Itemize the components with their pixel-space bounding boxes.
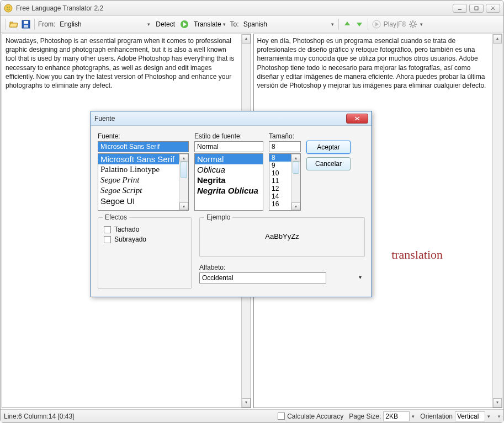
target-scrollbar[interactable]: ▴ ▾ <box>492 34 502 408</box>
main-window: Free Language Translator 2.2 From: Detec… <box>0 0 504 423</box>
gear-chevron-icon[interactable]: ▾ <box>420 22 423 27</box>
size-input[interactable] <box>269 141 301 152</box>
size-list[interactable]: 8 9 10 11 12 14 16 ▴▾ <box>269 153 301 211</box>
source-text[interactable]: Nowadays, Photoshop is an essential prog… <box>6 36 247 90</box>
app-icon <box>4 4 13 13</box>
svg-marker-12 <box>344 22 350 25</box>
font-dialog: Fuente Fuente: Microsoft Sans Serif Pala… <box>91 111 372 297</box>
ok-button[interactable]: Aceptar <box>306 141 351 154</box>
maximize-button[interactable] <box>469 4 484 13</box>
minimize-button[interactable] <box>453 4 467 13</box>
chevron-down-icon: ▾ <box>223 22 226 27</box>
font-option[interactable]: Segoe Print <box>98 175 188 185</box>
style-option[interactable]: Negrita Oblicua <box>195 185 263 196</box>
cancel-button[interactable]: Cancelar <box>306 157 351 170</box>
play-audio-icon[interactable] <box>372 19 381 29</box>
style-label: Estilo de fuente: <box>194 132 263 140</box>
style-option[interactable]: Oblicua <box>195 164 263 175</box>
svg-line-21 <box>410 22 411 23</box>
to-label: To: <box>230 20 239 28</box>
page-size-label: Page Size: <box>349 413 381 420</box>
sample-label: Ejemplo <box>204 213 232 221</box>
scroll-down-icon[interactable]: ▾ <box>242 398 251 408</box>
cursor-position: Line:6 Column:14 [0:43] <box>4 413 74 420</box>
translate-button[interactable]: Translate ▾ <box>192 19 228 29</box>
gear-icon[interactable] <box>408 19 418 29</box>
svg-marker-13 <box>357 23 362 26</box>
page-size-input[interactable] <box>383 411 410 421</box>
scroll-up-icon[interactable]: ▴ <box>493 34 502 44</box>
font-option[interactable]: Segoe UI <box>98 196 188 206</box>
svg-rect-4 <box>475 7 478 10</box>
alphabet-label: Alfabeto: <box>199 264 365 271</box>
style-list[interactable]: Normal Oblicua Negrita Negrita Oblicua <box>194 153 263 211</box>
dialog-close-button[interactable] <box>346 114 368 124</box>
statusbar: Line:6 Column:14 [0:43] Calculate Accura… <box>1 409 503 422</box>
translate-play-icon[interactable] <box>179 19 189 29</box>
arrow-up-icon[interactable] <box>342 19 352 29</box>
calculate-accuracy-checkbox[interactable]: Calculate Accuracy <box>278 413 343 420</box>
arrow-down-icon[interactable] <box>354 19 364 29</box>
style-option[interactable]: Normal <box>195 154 263 164</box>
svg-line-24 <box>410 26 411 27</box>
alphabet-select[interactable] <box>199 272 326 283</box>
from-label: From: <box>38 20 55 28</box>
save-icon[interactable] <box>21 19 31 29</box>
close-button[interactable] <box>486 4 500 13</box>
style-option[interactable]: Negrita <box>195 175 263 185</box>
toolbar: From: Detect Translate ▾ To: Play|F8 <box>1 16 503 33</box>
font-label: Fuente: <box>98 132 189 140</box>
orientation-input[interactable] <box>455 411 485 421</box>
app-title: Free Language Translator 2.2 <box>16 4 453 12</box>
svg-point-1 <box>7 7 8 8</box>
svg-point-16 <box>411 23 415 26</box>
font-option[interactable]: Segoe Script <box>98 185 188 196</box>
detect-button[interactable]: Detect <box>153 19 177 29</box>
effects-label: Efectos <box>103 213 129 221</box>
from-language-select[interactable] <box>57 19 151 29</box>
sample-text: AaBbYyZz <box>205 223 359 249</box>
chevron-down-icon[interactable]: ▾ <box>487 414 490 419</box>
svg-point-2 <box>9 7 10 8</box>
target-text[interactable]: Hoy en día, Photoshop es un programa ese… <box>257 36 499 90</box>
dialog-title: Fuente <box>94 115 346 122</box>
scroll-down-icon[interactable]: ▾ <box>493 398 502 408</box>
svg-rect-9 <box>24 25 28 28</box>
font-list-scrollbar[interactable]: ▴▾ <box>179 154 188 210</box>
font-list[interactable]: Microsoft Sans Serif Palatino Linotype S… <box>98 153 189 211</box>
size-list-scrollbar[interactable]: ▴▾ <box>291 154 300 210</box>
orientation-label: Orientation <box>420 413 453 420</box>
chevron-down-icon[interactable]: ▾ <box>412 414 415 419</box>
play-label: Play|F8 <box>384 20 406 28</box>
svg-point-0 <box>4 4 12 12</box>
style-input[interactable] <box>194 141 263 152</box>
font-option[interactable]: Palatino Linotype <box>98 164 188 175</box>
titlebar: Free Language Translator 2.2 <box>1 1 503 16</box>
svg-line-22 <box>415 26 416 27</box>
strikethrough-checkbox[interactable]: Tachado <box>104 226 185 233</box>
svg-marker-15 <box>375 22 379 26</box>
dialog-titlebar: Fuente <box>91 111 372 126</box>
underline-checkbox[interactable]: Subrayado <box>104 235 185 243</box>
font-option[interactable]: Microsoft Sans Serif <box>98 154 188 164</box>
to-language-select[interactable] <box>241 19 335 29</box>
svg-rect-8 <box>24 21 28 24</box>
font-name-input[interactable] <box>98 141 189 152</box>
open-icon[interactable] <box>9 19 19 29</box>
resize-grip-icon[interactable] <box>498 415 500 417</box>
svg-line-23 <box>415 22 416 23</box>
size-label: Tamaño: <box>269 132 301 140</box>
scroll-up-icon[interactable]: ▴ <box>242 34 251 44</box>
